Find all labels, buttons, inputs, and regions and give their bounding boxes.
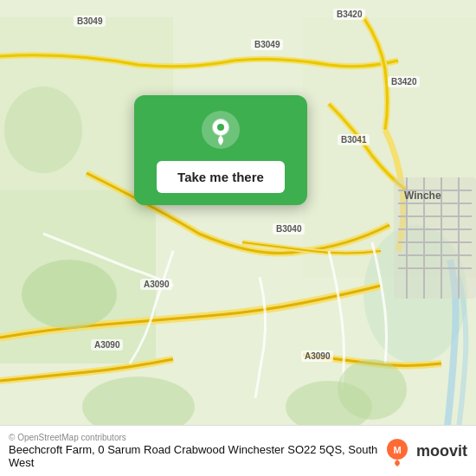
road-label-b3049-1: B3049 <box>74 16 106 27</box>
location-card: Take me there <box>134 95 307 205</box>
map-background <box>0 0 476 476</box>
svg-point-17 <box>22 260 117 329</box>
winchester-label: Winche <box>401 189 445 203</box>
svg-text:M: M <box>393 445 401 455</box>
bottom-bar: © OpenStreetMap contributors Beechcroft … <box>0 425 476 476</box>
bottom-left: © OpenStreetMap contributors Beechcroft … <box>9 433 382 469</box>
svg-point-21 <box>338 359 407 420</box>
copyright-text: © OpenStreetMap contributors <box>9 433 382 442</box>
road-label-a3090-2: A3090 <box>91 339 123 351</box>
svg-point-24 <box>217 124 224 131</box>
road-label-b3420-2: B3420 <box>388 76 420 87</box>
road-label-b3040: B3040 <box>273 223 305 235</box>
moovit-logo: M moovit <box>382 435 467 466</box>
road-label-b3049-2: B3049 <box>251 39 283 50</box>
location-pin-icon <box>202 111 240 149</box>
road-label-b3420-1: B3420 <box>333 9 365 20</box>
road-label-a3090-3: A3090 <box>301 351 333 362</box>
take-me-there-button[interactable]: Take me there <box>157 161 285 193</box>
address-text: Beechcroft Farm, 0 Sarum Road Crabwood W… <box>9 443 382 469</box>
moovit-icon: M <box>382 435 413 466</box>
moovit-label: moovit <box>416 442 467 460</box>
road-label-a3090-1: A3090 <box>140 279 172 290</box>
map-container: B3049 B3049 B3420 B3420 B3041 B3040 A309… <box>0 0 476 476</box>
svg-point-20 <box>4 87 82 173</box>
road-label-b3041: B3041 <box>338 134 370 145</box>
